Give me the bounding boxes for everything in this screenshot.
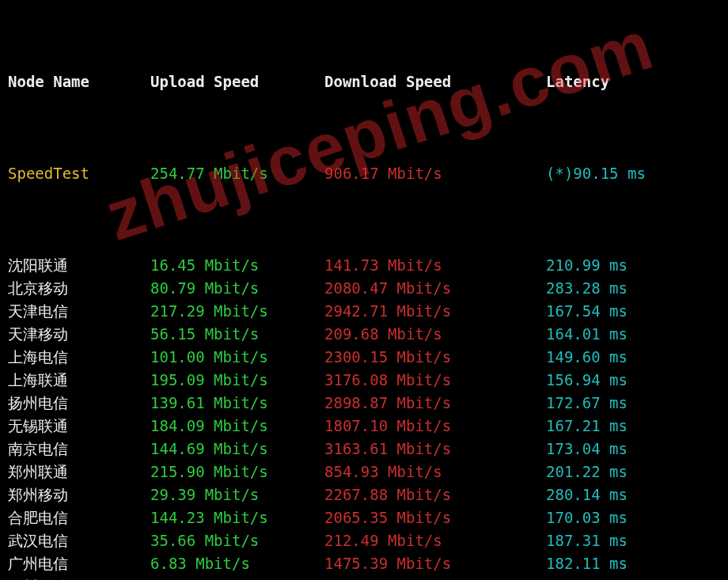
latency-value: 173.04 ms bbox=[546, 438, 628, 461]
latency-value: 210.99 ms bbox=[546, 254, 628, 277]
table-row: 广州电信6.83 Mbit/s1475.39 Mbit/s182.11 ms bbox=[8, 552, 720, 575]
latency-value: 201.22 ms bbox=[546, 461, 628, 483]
latency-value: 172.67 ms bbox=[546, 392, 628, 415]
latency-value: 187.31 ms bbox=[546, 529, 628, 552]
node-name: 天津移动 bbox=[8, 323, 150, 346]
node-name: 武汉电信 bbox=[8, 529, 150, 552]
download-value: 3163.61 Mbit/s bbox=[324, 438, 546, 461]
node-name: 合肥电信 bbox=[8, 506, 150, 529]
download-value: 209.68 Mbit/s bbox=[324, 323, 546, 346]
table-row: 银川移动47.48 Mbit/s2225.23 Mbit/s297.16 ms bbox=[8, 575, 720, 580]
download-value: 2065.35 Mbit/s bbox=[324, 506, 546, 529]
node-name: 南京电信 bbox=[8, 438, 150, 461]
download-value: 141.73 Mbit/s bbox=[324, 254, 546, 277]
upload-value: 215.90 Mbit/s bbox=[150, 461, 324, 483]
download-value: 2942.71 Mbit/s bbox=[324, 300, 546, 323]
upload-value: 101.00 Mbit/s bbox=[150, 346, 324, 369]
node-name: 郑州移动 bbox=[8, 483, 150, 506]
table-row: 郑州联通215.90 Mbit/s854.93 Mbit/s201.22 ms bbox=[8, 461, 720, 483]
node-name: 扬州电信 bbox=[8, 392, 150, 415]
download-value: 2898.87 Mbit/s bbox=[324, 392, 546, 415]
download-value: 2225.23 Mbit/s bbox=[324, 575, 546, 580]
download-value: 1807.10 Mbit/s bbox=[324, 415, 546, 438]
latency-value: 164.01 ms bbox=[546, 323, 628, 346]
upload-value: 144.23 Mbit/s bbox=[150, 506, 324, 529]
download-value: 1475.39 Mbit/s bbox=[324, 552, 546, 575]
header-node: Node Name bbox=[8, 70, 150, 93]
latency-value: 149.60 ms bbox=[546, 346, 628, 369]
download-value: 2300.15 Mbit/s bbox=[324, 346, 546, 369]
table-row: 郑州移动29.39 Mbit/s2267.88 Mbit/s280.14 ms bbox=[8, 483, 720, 506]
download-value: 3176.08 Mbit/s bbox=[324, 369, 546, 392]
header-download: Download Speed bbox=[324, 70, 546, 93]
upload-value: 217.29 Mbit/s bbox=[150, 300, 324, 323]
upload-value: 29.39 Mbit/s bbox=[150, 483, 324, 506]
upload-value: 80.79 Mbit/s bbox=[150, 277, 324, 300]
download-value: 906.17 Mbit/s bbox=[324, 162, 546, 185]
node-name: 上海联通 bbox=[8, 369, 150, 392]
upload-value: 144.69 Mbit/s bbox=[150, 438, 324, 461]
watermark-text: zhujiceping.com bbox=[105, 32, 654, 229]
node-name: 银川移动 bbox=[8, 575, 150, 580]
table-row: 合肥电信144.23 Mbit/s2065.35 Mbit/s170.03 ms bbox=[8, 506, 720, 529]
node-name: 郑州联通 bbox=[8, 461, 150, 483]
node-name: SpeedTest bbox=[8, 162, 150, 185]
upload-value: 35.66 Mbit/s bbox=[150, 529, 324, 552]
table-row: 上海电信101.00 Mbit/s2300.15 Mbit/s149.60 ms bbox=[8, 346, 720, 369]
download-value: 212.49 Mbit/s bbox=[324, 529, 546, 552]
table-body: 沈阳联通16.45 Mbit/s141.73 Mbit/s210.99 ms北京… bbox=[8, 254, 720, 580]
upload-value: 47.48 Mbit/s bbox=[150, 575, 324, 580]
header-upload: Upload Speed bbox=[150, 70, 324, 93]
header-latency: Latency bbox=[546, 70, 609, 93]
table-row: 上海联通195.09 Mbit/s3176.08 Mbit/s156.94 ms bbox=[8, 369, 720, 392]
download-value: 2080.47 Mbit/s bbox=[324, 277, 546, 300]
upload-value: 139.61 Mbit/s bbox=[150, 392, 324, 415]
download-value: 2267.88 Mbit/s bbox=[324, 483, 546, 506]
node-name: 北京移动 bbox=[8, 277, 150, 300]
upload-value: 184.09 Mbit/s bbox=[150, 415, 324, 438]
latency-value: 167.21 ms bbox=[546, 415, 628, 438]
table-row: 天津移动56.15 Mbit/s209.68 Mbit/s164.01 ms bbox=[8, 323, 720, 346]
latency-value: 283.28 ms bbox=[546, 277, 628, 300]
node-name: 无锡联通 bbox=[8, 415, 150, 438]
table-row: 北京移动80.79 Mbit/s2080.47 Mbit/s283.28 ms bbox=[8, 277, 720, 300]
terminal-output: Node NameUpload SpeedDownload SpeedLaten… bbox=[0, 0, 728, 580]
latency-value: (*)90.15 ms bbox=[546, 162, 646, 185]
table-row: 天津电信217.29 Mbit/s2942.71 Mbit/s167.54 ms bbox=[8, 300, 720, 323]
node-name: 沈阳联通 bbox=[8, 254, 150, 277]
node-name: 上海电信 bbox=[8, 346, 150, 369]
latency-value: 167.54 ms bbox=[546, 300, 628, 323]
table-row: 扬州电信139.61 Mbit/s2898.87 Mbit/s172.67 ms bbox=[8, 392, 720, 415]
node-name: 天津电信 bbox=[8, 300, 150, 323]
latency-value: 182.11 ms bbox=[546, 552, 628, 575]
upload-value: 56.15 Mbit/s bbox=[150, 323, 324, 346]
latency-value: 280.14 ms bbox=[546, 483, 628, 506]
table-row: 沈阳联通16.45 Mbit/s141.73 Mbit/s210.99 ms bbox=[8, 254, 720, 277]
upload-value: 6.83 Mbit/s bbox=[150, 552, 324, 575]
latency-value: 156.94 ms bbox=[546, 369, 628, 392]
table-row: 南京电信144.69 Mbit/s3163.61 Mbit/s173.04 ms bbox=[8, 438, 720, 461]
node-name: 广州电信 bbox=[8, 552, 150, 575]
table-row-speedtest: SpeedTest254.77 Mbit/s906.17 Mbit/s(*)90… bbox=[8, 162, 720, 185]
download-value: 854.93 Mbit/s bbox=[324, 461, 546, 483]
table-row: 武汉电信35.66 Mbit/s212.49 Mbit/s187.31 ms bbox=[8, 529, 720, 552]
table-header: Node NameUpload SpeedDownload SpeedLaten… bbox=[8, 70, 720, 93]
upload-value: 16.45 Mbit/s bbox=[150, 254, 324, 277]
table-row: 无锡联通184.09 Mbit/s1807.10 Mbit/s167.21 ms bbox=[8, 415, 720, 438]
latency-value: 170.03 ms bbox=[546, 506, 628, 529]
upload-value: 195.09 Mbit/s bbox=[150, 369, 324, 392]
latency-value: 297.16 ms bbox=[546, 575, 628, 580]
upload-value: 254.77 Mbit/s bbox=[150, 162, 324, 185]
